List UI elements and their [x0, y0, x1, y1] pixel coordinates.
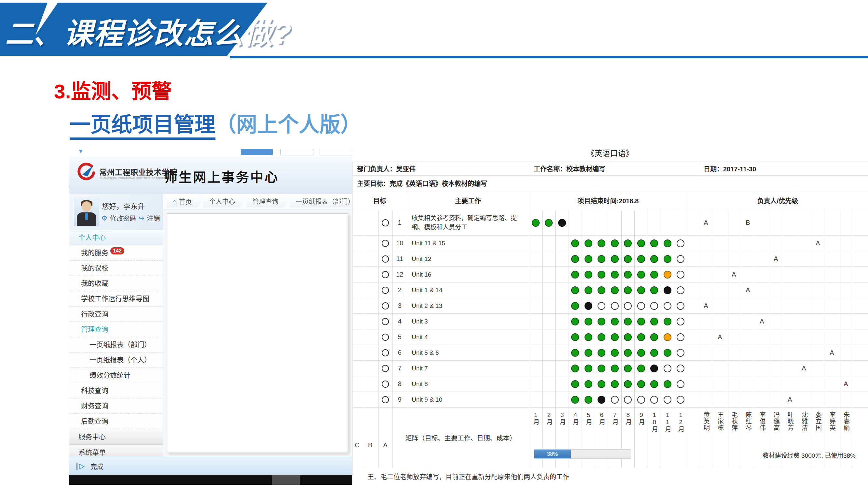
sidebar-item-label: 个人中心: [79, 234, 106, 241]
cell-month-10: [648, 210, 661, 235]
change-password-link[interactable]: 修改密码: [110, 213, 136, 223]
breadcrumb-item-0[interactable]: ⌂首页: [166, 196, 202, 207]
cell-month-2: [542, 361, 556, 376]
sidebar-item-6[interactable]: 管理查询: [69, 322, 163, 337]
progress-dot-green-done: [611, 271, 619, 279]
progress-dot-green-done: [624, 318, 632, 325]
cell-priority-毛秋萍: [727, 298, 741, 314]
cell-priority-冯健高: [769, 210, 783, 235]
cell-month-8: [622, 345, 635, 361]
sidebar-item-7[interactable]: 一页纸报表（部门）: [69, 337, 163, 352]
progress-dot-green-done: [637, 239, 645, 247]
browser-top-strip: ▼: [69, 147, 353, 157]
sidebar-item-13[interactable]: 服务中心: [69, 429, 163, 445]
progress-dot-green-done: [650, 239, 658, 247]
cell-month-7: [608, 283, 622, 298]
sidebar-item-2[interactable]: 我的议校: [69, 261, 163, 276]
cell-month-1: [529, 210, 542, 235]
cell-month-5: [582, 210, 595, 235]
cell-priority-冯健高: [769, 283, 783, 298]
cell-priority-冯健高: [769, 361, 783, 376]
progress-dot-green-done: [611, 365, 619, 372]
cell-task-name: Unit 8: [407, 376, 529, 392]
progress-dot-green-done: [597, 271, 606, 279]
cell-priority-李婷英: [825, 329, 839, 345]
cell-month-9: [634, 361, 648, 376]
progress-dot-green-done: [611, 239, 619, 247]
cell-priority-娄立国: [811, 298, 825, 314]
cell-month-8: [622, 283, 635, 298]
progress-dot-green-done: [571, 271, 579, 279]
cell-month-3: [556, 376, 569, 392]
section-heading: 3.监测、预警: [54, 75, 172, 104]
cell-month-4: [569, 283, 582, 298]
toolbar-box-1[interactable]: [280, 149, 313, 155]
video-timeline-bar[interactable]: [69, 475, 353, 485]
sidebar-item-12[interactable]: 后勤查询: [69, 414, 163, 429]
progress-dot-green-done: [532, 219, 539, 227]
sidebar-item-label: 绩效分数统计: [90, 371, 130, 379]
cell-priority-李俊伟: A: [755, 314, 769, 329]
cell-month-10: [648, 267, 661, 283]
cell-priority-王家栋: [713, 361, 727, 376]
cell-priority-沈雅洁: [797, 329, 811, 345]
cell-month-10: [648, 314, 661, 329]
sidebar-item-10[interactable]: 科技查询: [69, 383, 163, 398]
chevron-down-icon[interactable]: ▼: [78, 148, 84, 154]
cell-priority-毛秋萍: [727, 329, 741, 345]
sidebar-item-5[interactable]: 行政查询: [69, 307, 163, 322]
info-owner: 部门负责人：吴亚伟: [352, 162, 529, 176]
person-cell: 毛秋萍: [727, 407, 741, 468]
cell-priority-黄英明: [699, 235, 713, 251]
cell-priority-叶晓芳: [783, 345, 797, 361]
cell-priority-黄英明: [699, 376, 713, 392]
progress-dot-green-done: [597, 318, 606, 325]
cell-month-12: [674, 361, 688, 376]
cell-month-3: [556, 267, 569, 283]
sidebar-item-3[interactable]: 我的收藏: [69, 276, 163, 291]
progress-dot-green-done: [585, 271, 592, 279]
sidebar-item-1[interactable]: 我的服务142: [69, 245, 163, 261]
cell-month-8: [622, 329, 635, 345]
logout-link[interactable]: 注销: [147, 213, 160, 223]
home-icon: ⌂: [172, 197, 177, 206]
breadcrumb-item-2[interactable]: 管理查询: [247, 196, 288, 207]
cell-priority-冯健高: [769, 376, 783, 392]
toolbar-blue-button[interactable]: [241, 149, 273, 155]
person-cell: 陈红琴: [741, 407, 755, 468]
cell-gap: [687, 345, 699, 361]
priority-col-A: A: [378, 407, 393, 468]
progress-dot-green-done: [637, 365, 645, 372]
breadcrumb-item-1[interactable]: 个人中心: [204, 196, 245, 207]
progress-dot-green-done: [597, 333, 606, 341]
breadcrumb-item-3[interactable]: 一页纸报表（部门）: [290, 196, 353, 207]
toolbar-box-2[interactable]: [319, 149, 353, 155]
progress-dot-green-done: [650, 333, 658, 341]
cell-month-1: [529, 314, 542, 329]
sidebar-item-4[interactable]: 学校工作运行思维导图: [69, 291, 163, 307]
cell-priority-朱春娟: [839, 210, 853, 235]
cell-month-8: [622, 298, 635, 314]
progress-dot-green-done: [637, 349, 645, 357]
progress-dot-green-done: [571, 396, 579, 404]
month-label-cell: 1月: [529, 407, 542, 468]
person-name: 李婷英: [829, 411, 835, 431]
content-panel: [167, 213, 348, 453]
cell-priority-毛秋萍: [727, 345, 741, 361]
sidebar-item-11[interactable]: 财务查询: [69, 398, 163, 414]
progress-dot-green-done: [585, 396, 592, 404]
progress-bar: 38%: [534, 449, 631, 459]
sidebar-item-9[interactable]: 绩效分数统计: [69, 368, 163, 383]
cell-priority-毛秋萍: [727, 361, 741, 376]
cell-priority-王家栋: [713, 298, 727, 314]
sidebar-item-0[interactable]: 个人中心: [69, 230, 163, 245]
cell-month-6: [595, 361, 609, 376]
cell-priority-李俊伟: [755, 361, 769, 376]
slide: 二、 课程诊改怎么做? 3.监测、预警 一页纸项目管理（网上个人版） ▼ 常州工…: [0, 0, 868, 489]
cell-col-c: [352, 298, 362, 314]
cell-priority-毛秋萍: [727, 314, 741, 329]
cell-priority-黄英明: [699, 251, 713, 267]
cell-month-2: [542, 267, 556, 283]
sidebar-menu: 个人中心我的服务142我的议校我的收藏学校工作运行思维导图行政查询管理查询一页纸…: [69, 230, 163, 460]
sidebar-item-8[interactable]: 一页纸报表（个人）: [69, 352, 163, 368]
